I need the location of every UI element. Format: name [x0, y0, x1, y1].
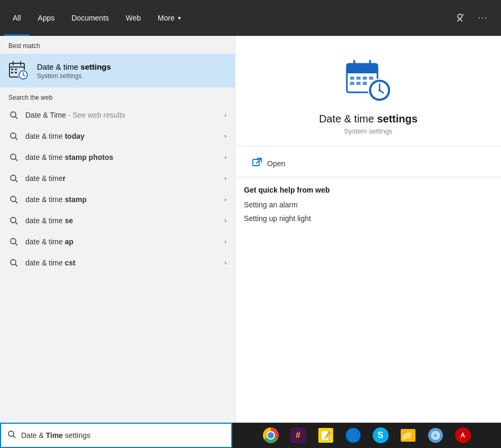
svg-rect-38 [363, 77, 367, 80]
more-chevron-icon: ▾ [178, 15, 181, 22]
search-item-1[interactable]: date & time today › [0, 126, 235, 147]
people-icon: 👤 [346, 428, 361, 443]
nav-icons: ··· [450, 8, 497, 27]
taskbar-search[interactable]: Date & Time settings [0, 423, 232, 448]
taskbar-skype[interactable]: S [368, 423, 393, 448]
search-item-text-1: date & time today [25, 132, 218, 140]
chevron-icon-6: › [224, 238, 226, 245]
best-match-text: Date & time settings System settings [37, 62, 226, 80]
search-item-5[interactable]: date & time se › [0, 210, 235, 231]
tab-all-label: All [13, 14, 21, 22]
skype-icon: S [373, 427, 389, 443]
svg-rect-8 [11, 72, 13, 73]
tab-web[interactable]: Web [117, 0, 149, 36]
svg-point-23 [11, 196, 16, 202]
search-item-2[interactable]: date & time stamp photos › [0, 147, 235, 168]
chevron-icon-7: › [224, 259, 226, 266]
search-icon-5 [8, 215, 19, 226]
quick-help-link-1[interactable]: Setting up night light [244, 214, 493, 223]
search-icon-6 [8, 236, 19, 247]
chevron-icon-0: › [224, 111, 226, 119]
svg-point-48 [379, 89, 381, 91]
svg-point-15 [11, 112, 16, 117]
svg-rect-33 [347, 70, 377, 73]
search-item-text-0: Date & Time - See web results [25, 111, 218, 119]
tab-documents-label: Documents [71, 14, 109, 22]
more-options-button[interactable]: ··· [474, 8, 493, 27]
chevron-icon-1: › [224, 132, 226, 140]
detail-calendar-clock-icon [345, 57, 392, 104]
search-icon-1 [8, 131, 19, 141]
svg-point-21 [11, 175, 16, 180]
taskbar-sticky-notes[interactable]: 📝 [313, 423, 338, 448]
quick-help-section: Get quick help from web Setting an alarm… [235, 186, 501, 228]
chrome-icon [263, 427, 279, 443]
open-icon [252, 158, 262, 169]
svg-rect-9 [15, 72, 17, 73]
best-match-subtitle: System settings [37, 72, 226, 80]
svg-line-30 [15, 264, 17, 266]
search-item-text-2: date & time stamp photos [25, 153, 218, 161]
svg-rect-6 [11, 69, 13, 70]
search-item-7[interactable]: date & time cst › [0, 252, 235, 273]
taskbar-file-explorer[interactable]: 📁 [395, 423, 421, 448]
search-icon-2 [8, 152, 19, 163]
taskbar-chrome[interactable] [258, 423, 283, 448]
svg-line-16 [15, 117, 17, 119]
tab-apps-label: Apps [38, 14, 55, 22]
taskbar-appuals[interactable]: A [450, 423, 476, 448]
taskbar-cd-drive[interactable] [423, 423, 448, 448]
svg-point-51 [8, 431, 14, 436]
svg-line-26 [15, 222, 17, 224]
left-panel: Best match [0, 36, 235, 423]
search-item-6[interactable]: date & time ap › [0, 231, 235, 252]
taskbar-slack[interactable]: # [286, 423, 311, 448]
open-button[interactable]: Open [244, 155, 501, 173]
search-item-text-7: date & time cst [25, 259, 218, 267]
search-icon-4 [8, 194, 19, 205]
chevron-icon-3: › [224, 175, 226, 182]
search-icon-0 [8, 110, 19, 120]
tab-web-label: Web [126, 14, 141, 22]
svg-line-18 [15, 138, 17, 140]
search-item-text-4: date & time stamp [25, 195, 218, 204]
feedback-button[interactable] [450, 8, 469, 27]
search-item-4[interactable]: date & time stamp › [0, 189, 235, 210]
open-label[interactable]: Open [267, 159, 285, 168]
svg-rect-40 [350, 82, 354, 85]
best-match-item[interactable]: Date & time settings System settings [0, 54, 235, 88]
svg-point-27 [11, 239, 16, 244]
tab-apps[interactable]: Apps [30, 0, 63, 36]
taskbar: Date & Time settings # 📝 👤 [0, 423, 501, 448]
svg-line-52 [13, 436, 15, 438]
detail-divider-1 [235, 146, 501, 146]
chevron-icon-5: › [224, 217, 226, 224]
feedback-icon [455, 13, 465, 23]
search-item-3[interactable]: date & timer › [0, 168, 235, 189]
best-match-icon [8, 60, 30, 81]
taskbar-search-icon [7, 430, 16, 441]
search-item-0[interactable]: Date & Time - See web results › [0, 104, 235, 126]
svg-rect-41 [356, 82, 361, 85]
chevron-icon-2: › [224, 154, 226, 161]
best-match-label: Best match [0, 36, 235, 54]
svg-line-1 [462, 14, 464, 15]
tab-all[interactable]: All [4, 0, 30, 36]
search-icon-3 [8, 173, 19, 184]
tab-more[interactable]: More ▾ [149, 0, 190, 36]
search-item-text-6: date & time ap [25, 237, 218, 246]
svg-rect-37 [356, 77, 361, 80]
svg-line-22 [15, 180, 17, 182]
top-nav: All Apps Documents Web More ▾ ··· [0, 0, 501, 36]
svg-point-29 [11, 260, 16, 265]
appuals-icon: A [455, 427, 471, 443]
svg-rect-42 [363, 82, 367, 85]
tab-documents[interactable]: Documents [63, 0, 117, 36]
search-web-label: Search the web [0, 88, 235, 104]
taskbar-people[interactable]: 👤 [341, 423, 366, 448]
svg-rect-39 [369, 77, 373, 80]
best-match-title: Date & time settings [37, 62, 226, 71]
quick-help-link-0[interactable]: Setting an alarm [244, 201, 493, 209]
main-content: Best match [0, 36, 501, 423]
svg-line-24 [15, 201, 17, 203]
